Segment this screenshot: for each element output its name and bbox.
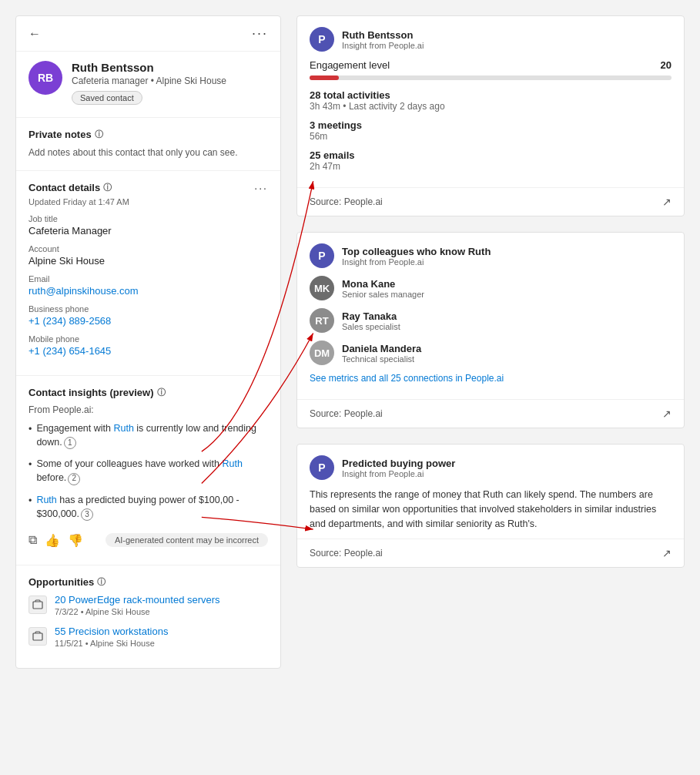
- ai-disclaimer: AI-generated content may be incorrect: [106, 533, 268, 547]
- contact-subtitle: Cafeteria manager • Alpine Ski House: [72, 75, 226, 86]
- badge-1: 1: [64, 437, 76, 449]
- business-phone-value[interactable]: +1 (234) 889-2568: [28, 315, 268, 327]
- colleague-item-2: RT Ray Tanaka Sales specialist: [310, 308, 672, 333]
- colleague-avatar-3: DM: [310, 341, 334, 365]
- job-title-row: Job title Cafeteria Manager: [28, 214, 268, 237]
- business-phone-label: Business phone: [28, 304, 268, 314]
- insight-list: Engagement with Ruth is currently low an…: [28, 421, 268, 521]
- svg-rect-2: [33, 633, 42, 640]
- progress-bar-container: [310, 75, 672, 80]
- insight-actions-left: ⧉ 👍 👎: [28, 533, 83, 548]
- insight-2-link[interactable]: Ruth: [223, 458, 243, 469]
- opportunity-2-meta: 11/5/21 • Alpine Ski House: [55, 639, 168, 648]
- opportunities-info-icon: ⓘ: [97, 576, 106, 588]
- activities-stat: 28 total activities 3h 43m • Last activi…: [310, 89, 672, 112]
- copy-icon[interactable]: ⧉: [28, 533, 37, 548]
- buying-power-external-link-icon[interactable]: ↗: [662, 547, 672, 559]
- emails-stat: 25 emails 2h 47m: [310, 149, 672, 172]
- more-button[interactable]: ···: [252, 25, 268, 42]
- badge-2: 2: [68, 473, 80, 485]
- email-row: Email ruth@alpinskihouse.com: [28, 274, 268, 297]
- opportunity-2-title[interactable]: 55 Precision workstations: [55, 626, 168, 637]
- colleague-1-role: Senior sales manager: [342, 290, 424, 299]
- account-row: Account Alpine Ski House: [28, 244, 268, 267]
- panel-header: ← ···: [16, 16, 280, 52]
- insight-3-link[interactable]: Ruth: [36, 495, 56, 505]
- engagement-card-header-text: Ruth Bentsson Insight from People.ai: [342, 29, 424, 50]
- engagement-card-source: Insight from People.ai: [342, 41, 424, 50]
- left-panel: ← ··· RB Ruth Bentsson Cafeteria manager…: [15, 15, 281, 669]
- contact-details-more[interactable]: ···: [254, 182, 268, 194]
- contact-details-header: Contact details ⓘ ···: [28, 182, 268, 194]
- contact-details-section: Contact details ⓘ ··· Updated Friday at …: [16, 171, 280, 376]
- buying-power-card: P Predicted buying power Insight from Pe…: [296, 444, 685, 568]
- thumbs-down-icon[interactable]: 👎: [68, 533, 83, 548]
- private-notes-text: Add notes about this contact that only y…: [28, 146, 268, 159]
- engagement-card: P Ruth Bentsson Insight from People.ai E…: [296, 15, 685, 216]
- colleague-3-role: Technical specialist: [342, 354, 421, 364]
- colleagues-card-footer: Source: People.ai ↗: [297, 399, 684, 428]
- opportunities-section: Opportunities ⓘ 20 PowerEdge rack-mounte…: [16, 565, 280, 668]
- contact-name: Ruth Bentsson: [72, 61, 226, 74]
- opportunity-1-title[interactable]: 20 PowerEdge rack-mounted servers: [55, 594, 220, 606]
- progress-bar-fill: [310, 75, 339, 80]
- people-ai-avatar-3: P: [310, 455, 334, 480]
- people-ai-avatar-1: P: [310, 27, 334, 52]
- business-phone-row: Business phone +1 (234) 889-2568: [28, 304, 268, 327]
- avatar: RB: [28, 61, 62, 95]
- private-notes-title: Private notes ⓘ: [28, 129, 268, 140]
- badge-3: 3: [81, 508, 93, 521]
- email-value[interactable]: ruth@alpinskihouse.com: [28, 285, 268, 297]
- engagement-source-label: Source: People.ai: [310, 196, 383, 207]
- from-people-label: From People.ai:: [28, 404, 268, 415]
- emails-sub: 2h 47m: [310, 161, 672, 172]
- colleagues-card-header-text: Top colleagues who know Ruth Insight fro…: [342, 246, 491, 267]
- insight-item-1: Engagement with Ruth is currently low an…: [28, 421, 268, 449]
- contact-info: Ruth Bentsson Cafeteria manager • Alpine…: [72, 61, 226, 105]
- insight-actions: ⧉ 👍 👎 AI-generated content may be incorr…: [28, 528, 268, 554]
- contact-details-title: Contact details ⓘ: [28, 182, 112, 193]
- people-ai-avatar-2: P: [310, 243, 334, 268]
- insight-1-link[interactable]: Ruth: [113, 423, 133, 434]
- buying-power-card-header-text: Predicted buying power Insight from Peop…: [342, 458, 455, 478]
- emails-title: 25 emails: [310, 149, 672, 161]
- colleague-2-name: Ray Tanaka: [342, 310, 400, 322]
- svg-rect-1: [33, 602, 42, 609]
- engagement-card-header: P Ruth Bentsson Insight from People.ai: [297, 16, 684, 59]
- colleague-item-1: MK Mona Kane Senior sales manager: [310, 276, 672, 300]
- buying-power-card-source: Insight from People.ai: [342, 469, 455, 478]
- engagement-card-footer: Source: People.ai ↗: [297, 187, 684, 216]
- account-label: Account: [28, 244, 268, 253]
- job-title-value: Cafeteria Manager: [28, 225, 268, 237]
- private-notes-section: Private notes ⓘ Add notes about this con…: [16, 118, 280, 171]
- contact-header: RB Ruth Bentsson Cafeteria manager • Alp…: [16, 52, 280, 118]
- job-title-label: Job title: [28, 214, 268, 223]
- engagement-external-link-icon[interactable]: ↗: [662, 196, 672, 208]
- see-metrics-link[interactable]: See metrics and all 25 connections in Pe…: [310, 373, 504, 384]
- colleague-avatar-1: MK: [310, 276, 334, 300]
- insight-item-2: Some of your colleagues have worked with…: [28, 457, 268, 485]
- contact-insights-section: Contact insights (preview) ⓘ From People…: [16, 376, 280, 565]
- mobile-phone-label: Mobile phone: [28, 334, 268, 344]
- back-button[interactable]: ←: [28, 27, 41, 41]
- mobile-phone-value[interactable]: +1 (234) 654-1645: [28, 345, 268, 357]
- thumbs-up-icon[interactable]: 👍: [45, 533, 60, 548]
- mobile-phone-row: Mobile phone +1 (234) 654-1645: [28, 334, 268, 357]
- colleagues-external-link-icon[interactable]: ↗: [662, 408, 672, 420]
- colleague-item-3: DM Daniela Mandera Technical specialist: [310, 341, 672, 365]
- private-notes-info-icon: ⓘ: [95, 129, 103, 140]
- opportunity-1-meta: 7/3/22 • Alpine Ski House: [55, 607, 220, 616]
- buying-power-card-header: P Predicted buying power Insight from Pe…: [297, 445, 684, 488]
- colleagues-card-title: Top colleagues who know Ruth: [342, 246, 491, 257]
- buying-power-source-label: Source: People.ai: [310, 548, 383, 559]
- meetings-sub: 56m: [310, 131, 672, 142]
- opportunity-icon-2: [28, 627, 47, 646]
- updated-text: Updated Friday at 1:47 AM: [28, 197, 268, 206]
- colleagues-card: P Top colleagues who know Ruth Insight f…: [296, 232, 685, 428]
- colleague-3-name: Daniela Mandera: [342, 343, 421, 354]
- opportunity-item-1: 20 PowerEdge rack-mounted servers 7/3/22…: [28, 594, 268, 616]
- buying-power-card-body: This represents the range of money that …: [297, 488, 684, 538]
- engagement-value: 20: [661, 59, 672, 71]
- meetings-stat: 3 meetings 56m: [310, 119, 672, 142]
- buying-power-card-footer: Source: People.ai ↗: [297, 538, 684, 567]
